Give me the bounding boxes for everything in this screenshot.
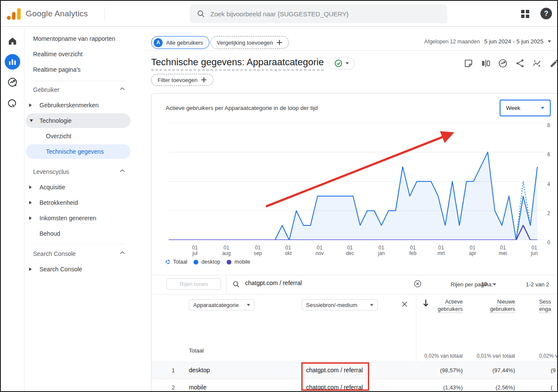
nav-rail — [1, 27, 24, 392]
nav-section-search-console[interactable]: Search Console — [33, 249, 76, 258]
chevron-down-icon[interactable] — [493, 283, 496, 286]
y-axis-label: 8 — [547, 122, 558, 128]
x-axis-label: 01jul — [185, 245, 205, 256]
x-axis-label: 01okt — [278, 245, 299, 256]
notes-icon[interactable] — [464, 58, 473, 68]
plus-icon — [201, 77, 207, 83]
add-filter-chip[interactable]: Filter toevoegen — [151, 74, 213, 86]
totaal-dashed-dot-icon — [166, 260, 170, 264]
home-icon[interactable] — [7, 36, 18, 46]
collapse-arrow-icon — [30, 119, 33, 122]
nav-item-technologie[interactable]: Technologie — [26, 113, 130, 128]
pagination-status: 1-2 van 2 — [526, 281, 549, 288]
x-axis-label: 01nov — [309, 245, 330, 256]
nav-item-acquisitie[interactable]: Acquisitie — [39, 182, 65, 192]
explore-icon[interactable] — [7, 98, 18, 109]
expand-arrow-icon[interactable] — [29, 216, 32, 220]
trend-sparkle-icon[interactable] — [532, 58, 542, 68]
x-axis-label: 01mei — [493, 245, 513, 256]
secondary-dimension-select[interactable]: Sessiebron/-medium — [302, 299, 378, 310]
totals-label: Totaal — [189, 347, 204, 354]
share-icon[interactable] — [515, 58, 525, 68]
expand-arrow-icon[interactable] — [29, 201, 32, 204]
header-divider — [145, 50, 557, 51]
green-check-icon — [334, 59, 343, 67]
expand-arrow-icon[interactable] — [29, 267, 32, 271]
column-header-active-users[interactable]: Actievegebruikers — [420, 298, 463, 313]
nav-item-technische-gegevens[interactable]: Technische gegevens — [26, 144, 130, 159]
date-range-value: 5 jun 2024 - 5 jun 2025 — [484, 38, 543, 45]
remove-dimension-icon[interactable] — [401, 301, 408, 307]
legend-item-mobile: mobile — [227, 259, 250, 265]
row-new-users: (97,44%) — [472, 367, 515, 374]
nav-item-betrokkenheid[interactable]: Betrokkenheid — [39, 198, 78, 207]
plus-icon — [276, 40, 282, 46]
chevron-down-icon — [346, 62, 349, 64]
date-preset-label: Afgelopen 12 maanden — [425, 39, 480, 45]
x-axis-label: 01sep — [248, 245, 268, 256]
totals-new-users: 0,01% van totaal — [472, 353, 515, 359]
nav-section-levenscyclus[interactable]: Levenscyclus — [33, 167, 69, 176]
top-app-bar: Google Analytics ? — [1, 1, 557, 27]
chevron-up-icon[interactable] — [120, 87, 125, 91]
nav-item-search-console[interactable]: Search Console — [39, 264, 82, 274]
primary-dimension-select[interactable]: Apparaatcategorie — [189, 299, 255, 310]
chevron-down-icon — [548, 40, 551, 43]
insights-icon[interactable] — [498, 58, 508, 68]
chevron-up-icon[interactable] — [120, 251, 125, 255]
chevron-down-icon — [541, 107, 544, 109]
reports-icon[interactable] — [5, 54, 20, 70]
brand-title[interactable]: Google Analytics — [26, 9, 88, 18]
google-analytics-logo-icon[interactable] — [7, 8, 21, 20]
page-title: Technische gegevens: Apparaatcategorie — [151, 57, 324, 68]
chevron-up-icon[interactable] — [120, 169, 125, 173]
search-input[interactable] — [210, 10, 440, 18]
chart-title: Actieve gebruikers per Apparaatcategorie… — [166, 105, 318, 111]
row-index: 1 — [172, 367, 175, 374]
nav-item-behoud[interactable]: Behoud — [39, 229, 60, 238]
topbar-divider — [104, 7, 105, 21]
advertising-icon[interactable] — [7, 77, 18, 88]
nav-item-overzicht[interactable]: Overzicht — [46, 131, 71, 141]
nav-item-gebruikerskenmerken[interactable]: Gebruikerskenmerken — [39, 100, 99, 110]
help-icon[interactable]: ? — [540, 8, 552, 19]
timeseries-chart[interactable] — [169, 123, 552, 240]
show-rows-button[interactable]: Rijen tonen — [167, 278, 221, 290]
chevron-down-icon — [370, 304, 373, 306]
mobile-dot-icon — [227, 260, 231, 264]
x-axis-label: 01jun — [524, 245, 545, 256]
nav-item-realtime-overzicht[interactable]: Realtime overzicht — [33, 49, 82, 59]
nav-item-momentopname[interactable]: Momentopname van rapporten — [33, 34, 115, 43]
legend-item-totaal: Totaal — [166, 259, 187, 265]
expand-arrow-icon[interactable] — [29, 103, 32, 107]
clear-search-icon[interactable] — [413, 280, 422, 288]
table-search-input[interactable] — [245, 280, 387, 286]
nav-section-gebruiker[interactable]: Gebruiker — [33, 85, 59, 94]
date-range-picker[interactable]: Afgelopen 12 maanden 5 jun 2024 - 5 jun … — [425, 38, 551, 45]
expand-arrow-icon[interactable] — [29, 185, 32, 189]
nav-item-inkomsten[interactable]: Inkomsten genereren — [39, 213, 96, 223]
y-axis-label: 4 — [547, 181, 558, 187]
x-axis-label: 01mrt — [431, 245, 452, 256]
column-header-engaged-sessions[interactable]: Sessenga — [539, 298, 558, 313]
compare-ab-icon[interactable] — [481, 58, 491, 68]
x-axis-label: 01aug — [216, 245, 237, 256]
apps-grid-icon[interactable] — [521, 10, 530, 18]
column-header-new-users[interactable]: Nieuwegebruikers — [472, 298, 515, 313]
global-search[interactable] — [190, 4, 447, 23]
y-axis-label: 6 — [547, 152, 558, 158]
row-category: mobile — [189, 384, 206, 391]
report-status-menu[interactable] — [328, 57, 355, 70]
audience-a-icon: A — [154, 38, 163, 47]
granularity-select[interactable]: Week — [500, 100, 551, 116]
nav-item-realtime-paginas[interactable]: Realtime pagina's — [33, 65, 81, 74]
x-axis-label: 01apr — [462, 245, 483, 256]
edit-pencil-icon[interactable] — [549, 58, 558, 68]
rows-per-page-select[interactable]: 10 — [481, 281, 487, 287]
add-comparison-chip[interactable]: Vergelijking toevoegen — [210, 36, 289, 49]
row-active-users: (98,57%) — [420, 367, 463, 374]
totals-engaged-sessions: 0,02% va — [539, 353, 558, 359]
audience-chip[interactable]: A Alle gebruikers — [151, 36, 209, 49]
table-search-icon — [232, 280, 240, 288]
report-nav: Momentopname van rapporten Realtime over… — [24, 27, 138, 392]
